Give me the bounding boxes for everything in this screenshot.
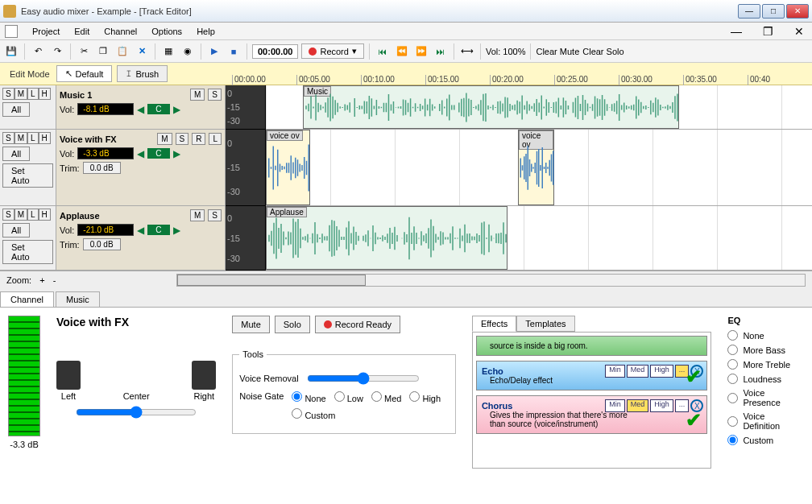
menu-project[interactable]: Project: [32, 27, 60, 36]
stop-icon[interactable]: ■: [226, 43, 242, 60]
track-setauto-button[interactable]: Set Auto: [2, 163, 53, 188]
track-size-l[interactable]: L: [27, 209, 39, 221]
track-all-button[interactable]: All: [2, 223, 30, 238]
pan-slider[interactable]: [76, 406, 197, 419]
track-header[interactable]: Applause M S Vol: -21.0 dB ◀ C ▶ Trim:0.…: [56, 206, 225, 271]
mdi-close[interactable]: ✕: [791, 25, 807, 38]
paste-icon[interactable]: 📋: [114, 43, 130, 60]
track-setauto-button[interactable]: Set Auto: [2, 240, 53, 264]
audio-clip[interactable]: Applause: [266, 206, 508, 270]
track-size-l[interactable]: L: [27, 88, 39, 100]
fx-echo-min[interactable]: Min: [605, 365, 625, 378]
audio-clip[interactable]: Music: [303, 85, 679, 129]
fx-room[interactable]: source is inside a big room.: [476, 336, 707, 356]
track-size-h[interactable]: H: [39, 132, 51, 144]
fx-chorus-min[interactable]: Min: [605, 399, 625, 412]
horizontal-scrollbar[interactable]: [176, 274, 806, 287]
zoom-in[interactable]: +: [39, 275, 44, 285]
fx-echo-med[interactable]: Med: [627, 365, 649, 378]
app-menu-icon[interactable]: [5, 25, 18, 38]
tab-templates[interactable]: Templates: [516, 316, 574, 332]
pan-right-arrow[interactable]: ▶: [173, 148, 180, 159]
fx-echo[interactable]: Echo Min Med High ... X Echo/Delay effec…: [476, 361, 707, 390]
mute-button[interactable]: Mute: [232, 316, 269, 333]
clear-mute[interactable]: Clear Mute: [536, 47, 579, 56]
pan-left-arrow[interactable]: ◀: [137, 148, 144, 159]
time-ruler[interactable]: 00:00.0000:05.0000:10.0000:15.0000:20.00…: [180, 63, 812, 85]
ng-custom[interactable]: Custom: [292, 408, 335, 420]
menu-channel[interactable]: Channel: [104, 27, 137, 36]
forward-icon[interactable]: ⏩: [413, 43, 429, 60]
clear-solo[interactable]: Clear Solo: [582, 47, 624, 56]
fx-chorus-med[interactable]: Med: [627, 399, 649, 412]
skip-end-icon[interactable]: ⏭: [433, 43, 449, 60]
audio-clip[interactable]: voice ov: [266, 130, 310, 205]
track-all-button[interactable]: All: [2, 102, 30, 117]
track-size-m[interactable]: M: [14, 132, 27, 144]
track-size-h[interactable]: H: [39, 88, 51, 100]
pan-right-arrow[interactable]: ▶: [173, 225, 180, 236]
cut-icon[interactable]: ✂: [76, 43, 92, 60]
trim-value[interactable]: 0.0 dB: [83, 162, 121, 174]
record-ready-button[interactable]: Record Ready: [315, 316, 400, 333]
waveform-row[interactable]: voice ov voice ov: [266, 130, 812, 206]
pan-value[interactable]: C: [147, 148, 169, 159]
track-header[interactable]: Voice with FX M SRL Vol: -3.3 dB ◀ C ▶ T…: [56, 130, 225, 206]
minimize-button[interactable]: —: [738, 4, 760, 19]
mode-default[interactable]: ↖Default: [56, 65, 113, 82]
eq-loudness[interactable]: [727, 374, 738, 384]
fx-chorus[interactable]: Chorus Min Med High ... X Gives the impr…: [476, 395, 707, 434]
voice-removal-slider[interactable]: [307, 372, 420, 385]
menu-options[interactable]: Options: [151, 27, 182, 36]
pan-right-arrow[interactable]: ▶: [173, 104, 180, 115]
pan-value[interactable]: C: [147, 104, 169, 114]
track-all-button[interactable]: All: [2, 147, 30, 161]
skip-start-icon[interactable]: ⏮: [375, 43, 391, 60]
pan-left-arrow[interactable]: ◀: [137, 104, 144, 115]
save-icon[interactable]: 💾: [3, 43, 19, 60]
mode-brush[interactable]: 𝙸Brush: [117, 65, 168, 82]
ng-high[interactable]: High: [409, 391, 441, 403]
trim-value[interactable]: 0.0 dB: [83, 238, 121, 250]
copy-icon[interactable]: ❐: [95, 43, 111, 60]
solo-button[interactable]: Solo: [275, 316, 310, 333]
fx-chorus-high[interactable]: High: [650, 399, 673, 412]
tab-music[interactable]: Music: [56, 291, 100, 307]
play-icon[interactable]: ▶: [206, 43, 222, 60]
vol-slider[interactable]: -21.0 dB: [77, 224, 134, 236]
ng-med[interactable]: Med: [371, 391, 401, 403]
eq-moretreble[interactable]: [727, 359, 738, 370]
solo-toggle[interactable]: S: [208, 89, 222, 101]
mute-toggle[interactable]: M: [190, 209, 205, 221]
waveform-area[interactable]: Music voice ov voice ov Applause: [266, 85, 812, 271]
tab-effects[interactable]: Effects: [472, 316, 516, 332]
waveform-row[interactable]: Applause: [266, 206, 812, 271]
eq-custom[interactable]: [727, 435, 738, 445]
tool1-icon[interactable]: ▦: [160, 43, 176, 60]
fx-echo-high[interactable]: High: [650, 365, 673, 378]
track-size-m[interactable]: M: [14, 88, 27, 100]
mute-toggle[interactable]: M: [157, 133, 172, 145]
r-button[interactable]: R: [192, 133, 205, 145]
track-size-m[interactable]: M: [14, 209, 27, 221]
eq-morebass[interactable]: [727, 345, 738, 355]
solo-toggle[interactable]: S: [176, 133, 189, 145]
rewind-icon[interactable]: ⏪: [394, 43, 410, 60]
record-button[interactable]: Record▾: [301, 43, 363, 59]
delete-icon[interactable]: ✕: [134, 43, 150, 60]
scrollbar-thumb[interactable]: [177, 275, 366, 286]
mdi-minimize[interactable]: —: [727, 25, 745, 38]
vol-slider[interactable]: -8.1 dB: [77, 103, 134, 115]
l-button[interactable]: L: [209, 133, 222, 145]
pan-value[interactable]: C: [147, 225, 169, 235]
solo-toggle[interactable]: S: [208, 209, 222, 221]
undo-icon[interactable]: ↶: [30, 43, 46, 60]
eq-none[interactable]: [727, 330, 738, 341]
eq-voicedef[interactable]: [727, 416, 738, 427]
mute-toggle[interactable]: M: [190, 89, 205, 101]
pan-left-arrow[interactable]: ◀: [137, 225, 144, 236]
effects-list[interactable]: source is inside a big room. Echo Min Me…: [472, 332, 711, 469]
maximize-button[interactable]: □: [762, 4, 785, 19]
track-header[interactable]: Music 1 M S Vol: -8.1 dB ◀ C ▶: [56, 85, 225, 130]
track-size-s[interactable]: S: [2, 209, 14, 221]
